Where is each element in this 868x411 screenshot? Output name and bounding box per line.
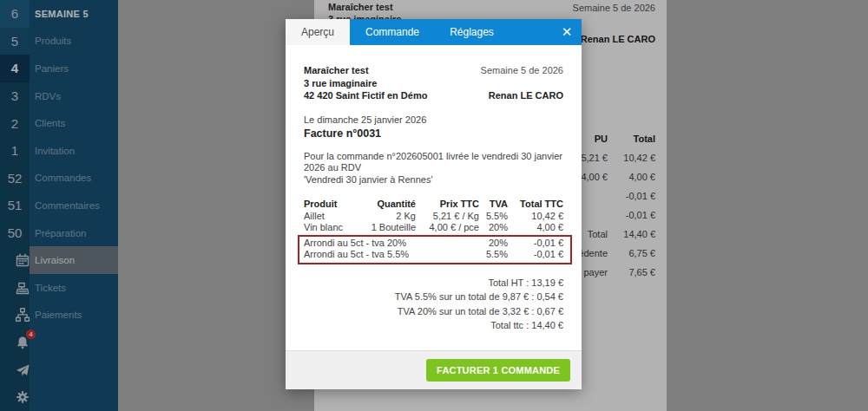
tab-commande[interactable]: Commande	[350, 19, 435, 45]
cell-tva: 5.5%	[479, 211, 508, 223]
modal-tabbar: AperçuCommandeRéglages✕	[286, 19, 582, 45]
total-line: TVA 20% sur un total de 3,32 € : 0,67 €	[304, 304, 563, 319]
cell-tva: 20%	[479, 238, 508, 250]
facturer-button[interactable]: FACTURER 1 COMMANDE	[426, 359, 570, 382]
order-description-line-1: Pour la commande n°202605001 livrée le v…	[304, 151, 563, 174]
cell-prix-ttc: Prix TTC	[416, 199, 479, 211]
invoice-table-row: Vin blanc1 Bouteille4,00 € / pce20%4,00 …	[304, 222, 563, 234]
tab-apercu[interactable]: Aperçu	[286, 19, 350, 45]
cell-quantite: 1 Bouteille	[356, 222, 416, 234]
invoice-number: Facture n°0031	[304, 127, 563, 140]
cell-total-ttc: -0,01 €	[508, 249, 563, 261]
modal-footer: FACTURER 1 COMMANDE	[286, 350, 582, 389]
rounding-highlight-box: Arrondi au 5ct - tva 20%20%-0,01 €Arrond…	[298, 235, 572, 264]
cell-produit: Arrondi au 5ct - tva 5.5%	[304, 249, 356, 261]
cell-prix-ttc	[416, 238, 479, 250]
invoice-preview: Maraîcher test 3 rue imaginaire 42 420 S…	[286, 45, 582, 350]
invoice-header: Maraîcher test 3 rue imaginaire 42 420 S…	[304, 64, 563, 102]
invoice-table-row: Arrondi au 5ct - tva 5.5%5.5%-0,01 €	[304, 249, 563, 261]
cell-tva: 5.5%	[479, 249, 508, 261]
total-line: Total ttc : 14,40 €	[304, 318, 563, 333]
week-label: Semaine 5 de 2026	[481, 64, 563, 77]
cell-produit: Aillet	[304, 211, 356, 223]
cell-prix-ttc: 5,21 € / Kg	[416, 211, 479, 223]
cell-total-ttc: -0,01 €	[508, 238, 563, 250]
cell-total-ttc: 4,00 €	[508, 222, 563, 234]
total-line: TVA 5.5% sur un total de 9,87 € : 0,54 €	[304, 290, 563, 304]
invoice-table: ProduitQuantitéPrix TTCTVATotal TTCAille…	[304, 199, 563, 264]
cell-total-ttc: Total TTC	[508, 199, 563, 211]
invoice-table-row: Arrondi au 5ct - tva 20%20%-0,01 €	[304, 238, 563, 250]
tab-reglages[interactable]: Réglages	[435, 19, 509, 45]
seller-address-1: 3 rue imaginaire	[304, 77, 563, 90]
cell-produit: Vin blanc	[304, 222, 356, 234]
invoice-date: Le dimanche 25 janvier 2026	[304, 114, 563, 125]
invoice-table-header: ProduitQuantitéPrix TTCTVATotal TTC	[304, 199, 563, 211]
cell-produit: Arrondi au 5ct - tva 20%	[304, 238, 356, 250]
order-description: Pour la commande n°202605001 livrée le v…	[304, 151, 563, 186]
invoice-table-row: Aillet2 Kg5,21 € / Kg5.5%10,42 €	[304, 211, 563, 223]
cell-quantite: Quantité	[356, 199, 416, 211]
cell-tva: TVA	[479, 199, 508, 211]
cell-total-ttc: 10,42 €	[508, 211, 563, 223]
order-description-line-2: 'Vendredi 30 janvier à Rennes'	[304, 174, 563, 186]
invoice-totals: Total HT : 13,19 €TVA 5.5% sur un total …	[304, 276, 563, 345]
invoice-modal: AperçuCommandeRéglages✕ Maraîcher test 3…	[286, 19, 582, 389]
cell-quantite	[356, 238, 416, 250]
cell-tva: 20%	[479, 222, 508, 234]
cell-prix-ttc: 4,00 € / pce	[416, 222, 479, 234]
cell-quantite: 2 Kg	[356, 211, 416, 223]
customer-name: Renan LE CARO	[489, 89, 563, 102]
cell-produit: Produit	[304, 199, 356, 211]
cell-quantite	[356, 249, 416, 261]
close-icon[interactable]: ✕	[552, 19, 582, 45]
cell-prix-ttc	[416, 249, 479, 261]
total-line: Total HT : 13,19 €	[304, 276, 563, 290]
